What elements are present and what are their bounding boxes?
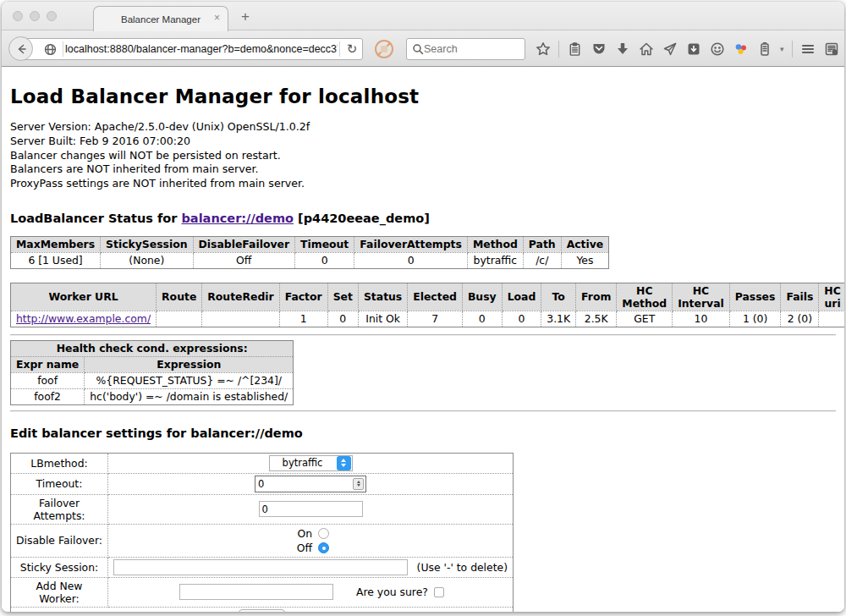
search-bar[interactable] [406,38,525,60]
cell-maxmembers: 6 [1 Used] [11,252,101,268]
extension-grid-icon[interactable] [824,41,840,58]
form-row-add-worker: Add New Worker: Are you sure? [11,577,514,607]
url-bar[interactable]: ↻ [21,38,363,60]
column-header: MaxMembers [11,236,101,252]
failover-attempts-input[interactable] [259,501,363,517]
table-header-row: Worker URL Route RouteRedir Factor Set S… [11,283,845,311]
cell-method: bytraffic [467,252,523,268]
cell-path: /c/ [523,252,561,268]
zoom-window-button[interactable] [47,11,57,21]
column-header: Set [327,283,358,311]
status-heading-prefix: LoadBalancer Status for [10,212,181,225]
cell-stickysession: (None) [101,252,193,268]
pocket-icon[interactable] [591,41,607,58]
urlbar-divider [339,41,340,57]
chevron-down-icon[interactable]: ▾ [780,45,784,53]
sticky-session-input[interactable] [113,559,408,575]
cell-fails: 2 (0) [781,311,819,327]
submit-button[interactable]: Submit [239,609,284,612]
search-input[interactable] [424,43,519,55]
reading-list-icon[interactable] [567,41,583,58]
are-you-sure-checkbox[interactable] [434,587,444,597]
column-header: DisableFailover [193,236,295,252]
proxypass-note-line: ProxyPass settings are NOT inherited fro… [10,177,836,191]
off-label: Off [292,542,312,554]
back-button[interactable] [8,36,33,61]
add-worker-input[interactable] [179,584,333,600]
form-row-disable-failover: Disable Failover: On Off [11,524,514,557]
cell-expression: hc('body') =~ /domain is established/ [85,388,294,404]
sidebar-battery-icon[interactable] [756,41,772,58]
new-tab-button[interactable]: + [241,8,250,25]
tab-close-icon[interactable]: × [214,12,220,24]
timeout-input[interactable] [255,478,353,490]
column-header: FailoverAttempts [354,236,468,252]
toolbar-divider [558,41,559,58]
home-icon[interactable] [638,41,654,58]
send-tab-icon[interactable] [662,41,678,58]
table-row: http://www.example.com/ 1 0 Init Ok 7 0 … [11,311,845,327]
number-stepper-icon[interactable] [353,478,364,490]
table-row: foof %{REQUEST_STATUS} =~ /^[234]/ [11,372,294,388]
cell-load: 0 [502,311,541,327]
failover-off-radio[interactable] [318,542,329,553]
chat-smiley-icon[interactable] [709,41,725,58]
search-icon [412,43,424,55]
table-row: 6 [1 Used] (None) Off 0 0 bytraffic /c/ … [11,252,609,268]
status-heading-suffix: [p4420eeae_demo] [294,212,430,225]
cell-disablefailover: Off [193,252,295,268]
globe-icon [44,43,57,56]
failover-off-option: Off [112,541,509,555]
cell-hc-uri [819,311,844,327]
health-check-table: Health check cond. expressions: Expr nam… [10,340,294,405]
bookmark-star-icon[interactable] [535,41,551,58]
section-divider [10,334,836,336]
on-label: On [292,527,312,540]
table-caption-row: Health check cond. expressions: [11,340,294,356]
failover-attempts-label: Failover Attempts: [11,494,108,524]
cell-elected: 7 [408,311,463,327]
plugin-blocked-icon[interactable] [375,40,393,58]
tab-balancer-manager[interactable]: Balancer Manager × [93,6,228,31]
loadbalancer-status-heading: LoadBalancer Status for balancer://demo … [10,212,836,225]
page-content: Load Balancer Manager for localhost Serv… [2,68,844,612]
downloads-icon[interactable] [614,41,630,58]
cell-route [157,311,202,327]
balancer-summary-table: MaxMembers StickySession DisableFailover… [10,236,609,269]
table-header-row: Expr name Expression [11,356,294,372]
column-header: HC uri [819,283,844,311]
server-version-line: Server Version: Apache/2.5.0-dev (Unix) … [10,120,836,135]
address-input[interactable] [65,43,338,55]
failover-on-radio[interactable] [318,528,329,539]
balancer-demo-link[interactable]: balancer://demo [181,212,294,225]
column-header: Expression [85,356,294,372]
toolbar-divider [792,41,793,58]
cell-to: 3.1K [541,311,576,327]
page-title: Load Balancer Manager for localhost [10,85,836,107]
worker-url-link[interactable]: http://www.example.com/ [16,312,151,325]
close-window-button[interactable] [13,11,23,21]
minimize-window-button[interactable] [30,11,40,21]
color-dots-icon[interactable] [733,41,749,58]
cell-from: 2.5K [576,311,617,327]
disable-failover-label: Disable Failover: [11,524,108,557]
menu-hamburger-icon[interactable] [800,41,816,58]
cell-set: 0 [327,311,358,327]
column-header: From [576,283,617,311]
column-header: Passes [729,283,781,311]
column-header: HC Method [617,283,673,311]
sticky-session-hint: (Use '-' to delete) [417,561,509,574]
save-to-device-icon[interactable] [685,41,701,58]
column-header: Worker URL [11,283,157,311]
reload-icon[interactable]: ↻ [342,39,362,59]
column-header: RouteRedir [202,283,279,311]
cell-busy: 0 [462,311,502,327]
cell-worker-url: http://www.example.com/ [11,311,157,327]
column-header: HC Interval [673,283,730,311]
column-header: Fails [781,283,819,311]
cell-hc-method: GET [617,311,673,327]
lbmethod-select[interactable]: bytraffic [269,455,353,471]
cell-expr-name: foof2 [11,388,85,404]
column-header: StickySession [101,236,193,252]
edit-settings-heading: Edit balancer settings for balancer://de… [10,426,836,440]
